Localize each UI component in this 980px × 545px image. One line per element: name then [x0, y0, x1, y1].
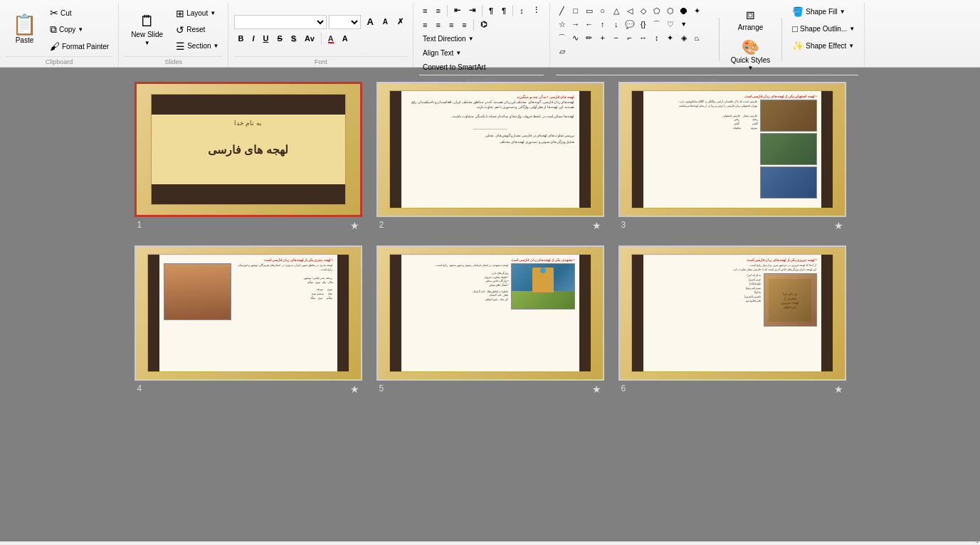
decrease-font-button[interactable]: A — [379, 16, 391, 27]
slide3-img2 — [760, 133, 817, 165]
paragraph-group: ≡ ≡ ⇤ ⇥ ¶ ¶ ↕ ⋮ ≡ ≡ ≡ ≡ ⌬ — [413, 3, 550, 67]
align-text-button[interactable]: Align Text ▼ — [419, 47, 465, 59]
bold-button[interactable]: B — [234, 33, 247, 44]
shape-oval[interactable]: ○ — [596, 4, 609, 17]
shape-star4[interactable]: ✦ — [691, 4, 704, 17]
numbering-button[interactable]: ≡ — [433, 5, 444, 16]
quick-styles-button[interactable]: 🎨 Quick Styles ▼ — [726, 36, 776, 73]
shape-rtriangle[interactable]: ◁ — [623, 4, 636, 17]
shape-diamond[interactable]: ◇ — [637, 4, 650, 17]
shape-updown[interactable]: ↕ — [650, 31, 663, 44]
shape-dbl-arrow[interactable]: ↔ — [637, 31, 650, 44]
highlight-button[interactable]: A — [339, 33, 352, 44]
ltr-button[interactable]: ¶ — [498, 5, 510, 16]
shape-star5[interactable]: ☆ — [556, 18, 569, 31]
line-spacing-button[interactable]: ↕ — [516, 5, 527, 16]
shape-triangle[interactable]: △ — [610, 4, 623, 17]
new-slide-button[interactable]: 🗒 New Slide ▼ — [125, 10, 169, 50]
reset-button[interactable]: ↺ Reset — [172, 22, 222, 38]
italic-button[interactable]: I — [248, 33, 258, 44]
shape-line[interactable]: ╱ — [556, 4, 569, 17]
shape-freeform[interactable]: ∿ — [569, 31, 582, 44]
underline-button[interactable]: U — [259, 33, 272, 44]
slide-number-1: 1 — [137, 220, 142, 230]
font-color-button[interactable]: A — [325, 33, 337, 45]
format-painter-button[interactable]: 🖌 Format Painter — [46, 38, 112, 54]
justify-button[interactable]: ≡ — [458, 19, 470, 31]
clear-format-button[interactable]: ✗ — [394, 16, 407, 28]
paragraph-expand[interactable]: ⌟ — [976, 537, 979, 541]
slide-3[interactable]: • لهجه اصفهانی یکی از لهجه‌های زبان فارس… — [618, 82, 846, 217]
shape-outline-button[interactable]: □ Shape Outlin... ▼ — [789, 21, 858, 36]
slide-number-5: 5 — [379, 383, 384, 393]
shape-bracket[interactable]: {} — [637, 18, 650, 31]
slide-wrapper-3: • لهجه اصفهانی یکی از لهجه‌های زبان فارس… — [618, 82, 846, 231]
shape-more[interactable]: ▼ — [678, 18, 690, 31]
shape-arrow-left[interactable]: ← — [583, 18, 596, 31]
smart-art-button[interactable]: ⌬ — [477, 18, 491, 31]
slide-4[interactable]: • لهجه بندری یکی از لهجه‌های زبان فارسی … — [135, 245, 362, 381]
text-shadow-button[interactable]: S — [288, 33, 300, 44]
slide5-img — [511, 263, 575, 309]
shape-round-rect[interactable]: ▭ — [583, 4, 596, 17]
slide-wrapper-6: • لهجه تبریزی یکی از لهجه‌های زبان فارسی… — [618, 245, 846, 395]
shape-cross[interactable]: + — [596, 31, 609, 44]
align-left-button[interactable]: ≡ — [419, 19, 431, 31]
indent-less-button[interactable]: ⇤ — [451, 4, 464, 16]
shape-rect[interactable]: □ — [569, 4, 582, 17]
shape-heart[interactable]: ♡ — [664, 18, 677, 31]
align-text-label: Align Text — [423, 49, 453, 57]
copy-icon: ⧉ — [50, 23, 57, 36]
quick-styles-label: Quick Styles — [731, 56, 771, 64]
shape-fill-button[interactable]: 🪣 Shape Fill ▼ — [789, 4, 858, 19]
section-button[interactable]: ☰ Section ▼ — [172, 38, 222, 54]
font-name-select[interactable] — [234, 15, 327, 29]
copy-button[interactable]: ⧉ Copy ▼ — [46, 21, 112, 38]
shape-effect-icon: ✨ — [792, 41, 804, 51]
shape-quad[interactable]: ✦ — [664, 31, 677, 44]
shape-pentagon[interactable]: ⬠ — [650, 4, 663, 17]
shape-effect-button[interactable]: ✨ Shape Effect ▼ — [789, 38, 858, 53]
slide-6[interactable]: • لهجه تبریزی یکی از لهجه‌های زبان فارسی… — [618, 245, 846, 381]
indent-more-button[interactable]: ⇥ — [465, 4, 479, 16]
slide-number-4: 4 — [137, 383, 142, 393]
shape-hexagon[interactable]: ⬡ — [664, 4, 677, 17]
bullets-button[interactable]: ≡ — [419, 5, 431, 16]
rtl-button[interactable]: ¶ — [485, 5, 497, 16]
slide-5[interactable]: • مشهدی یکی از لهجه‌های زبان فارسی است ل… — [376, 245, 604, 381]
shape-braces[interactable]: ⌐ — [623, 31, 636, 44]
columns-button[interactable]: ⋮ — [529, 4, 544, 16]
shape-octagon[interactable]: ⯃ — [678, 4, 690, 17]
convert-smartart-button[interactable]: Convert to SmartArt — [419, 61, 489, 73]
arrange-button[interactable]: ⧈ Arrange — [733, 4, 769, 33]
align-right-button[interactable]: ≡ — [446, 19, 457, 31]
shape-scribble[interactable]: ✏ — [583, 31, 596, 44]
slides-group: 🗒 New Slide ▼ ⊞ Layout ▼ ↺ Reset ☰ Secti… — [119, 3, 228, 67]
paste-button[interactable]: 📋 Paste — [6, 11, 43, 48]
shape-parallelogram[interactable]: ▱ — [556, 45, 569, 58]
shape-notch[interactable]: ◈ — [678, 31, 690, 44]
shape-arrow-down[interactable]: ↓ — [610, 18, 623, 31]
slide5-content: • مشهدی یکی از لهجه‌های زبان فارسی است ل… — [406, 258, 575, 368]
slide-2[interactable]: لهجه های فارسی • به آن چه بو میگیرند لهج… — [376, 82, 604, 217]
shape-fill-icon: 🪣 — [792, 6, 804, 17]
shape-curve[interactable]: ⌒ — [556, 31, 569, 44]
shape-callout[interactable]: 💬 — [623, 18, 636, 31]
clipboard-group: 📋 Paste ✂ Cut ⧉ Copy ▼ 🖌 Format Painter — [0, 3, 119, 67]
text-direction-button[interactable]: Text Direction ▼ — [419, 33, 478, 45]
cut-button[interactable]: ✂ Cut — [46, 5, 112, 21]
cut-icon: ✂ — [50, 7, 58, 18]
shape-arrow-right[interactable]: → — [569, 18, 582, 31]
shape-minus[interactable]: − — [610, 31, 623, 44]
char-spacing-button[interactable]: Av — [301, 33, 318, 44]
font-size-select[interactable] — [329, 15, 361, 29]
shape-trapezoid[interactable]: ⏢ — [691, 31, 704, 44]
align-center-button[interactable]: ≡ — [433, 19, 444, 31]
shape-arrow-up[interactable]: ↑ — [596, 18, 609, 31]
strikethrough-button[interactable]: S — [273, 33, 285, 44]
increase-font-button[interactable]: A — [363, 15, 376, 28]
layout-button[interactable]: ⊞ Layout ▼ — [172, 6, 222, 21]
shape-arc[interactable]: ⌒ — [650, 18, 663, 31]
slide1-subtitle: به نام خدا — [234, 120, 262, 127]
slide-1[interactable]: به نام خدا لهجه های فارسی — [135, 82, 362, 217]
